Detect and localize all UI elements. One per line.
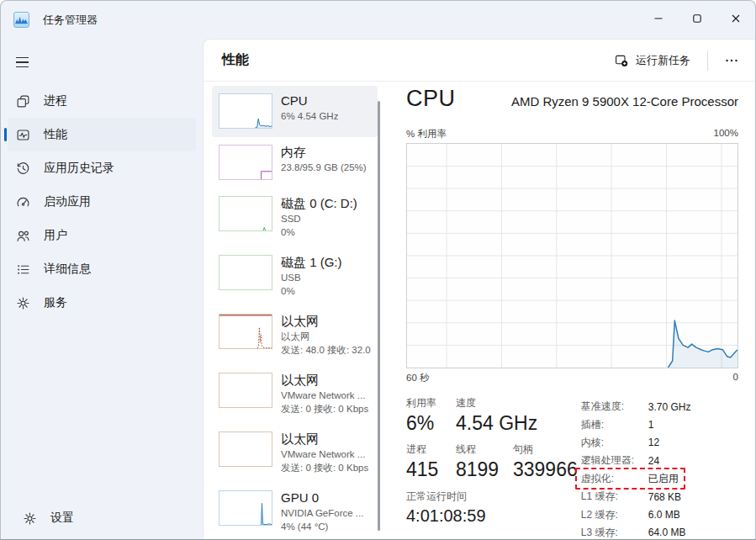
titlebar: 任务管理器 (1, 1, 755, 39)
spec-row-内核: 内核:12 (581, 434, 738, 452)
stats-left: 利用率6%速度4.54 GHz进程415线程8199句柄339966正常运行时间… (406, 396, 581, 540)
sidebar-item-users[interactable]: 用户 (8, 219, 196, 252)
eth3-mini-chart (219, 431, 272, 467)
sidebar-item-label: 用户 (44, 228, 67, 243)
services-icon (16, 296, 30, 310)
sidebar-item-label: 启动应用 (44, 194, 91, 209)
perf-item-eth1[interactable]: 以太网以太网发送: 48.0 接收: 32.0 Kbps (212, 306, 378, 365)
sidebar-item-processes[interactable]: 进程 (8, 84, 196, 118)
sidebar-nav: 进程性能应用历史记录启动应用用户详细信息服务 (1, 84, 203, 320)
stat-label: 速度 (456, 396, 537, 410)
sidebar-item-label: 性能 (44, 127, 67, 142)
list-scrollbar[interactable] (378, 101, 380, 531)
y-axis-max: 100% (714, 128, 738, 140)
spec-value: 64.0 MB (648, 527, 686, 538)
perf-item-text: 磁盘 0 (C: D:)SSD0% (281, 196, 357, 247)
stats-right: 基准速度:3.70 GHz插槽:1内核:12逻辑处理器:24虚拟化:已启用L1 … (581, 396, 738, 540)
stat-线程: 线程8199 (456, 442, 513, 480)
more-icon (724, 53, 739, 68)
perf-item-subline: NVIDIA GeForce ... (281, 506, 363, 520)
more-options-button[interactable] (716, 48, 747, 73)
perf-item-disk1[interactable]: 磁盘 1 (G:)USB0% (212, 247, 378, 306)
stat-value: 339966 (513, 459, 578, 480)
sidebar-item-settings[interactable]: 设置 (14, 501, 189, 535)
stat-速度: 速度4.54 GHz (456, 396, 541, 434)
spec-row-L1 缓存: L1 缓存:768 KB (581, 488, 738, 506)
perf-item-subline: 0% (281, 284, 342, 298)
perf-item-memory[interactable]: 内存23.8/95.9 GB (25%) (212, 137, 378, 188)
spec-label: 插槽: (581, 418, 648, 432)
perf-item-title: 以太网 (281, 373, 368, 389)
task-manager-window: 任务管理器 进程性能应用历史记录启动应用用户详细信息服务 设置 性能 (0, 0, 756, 540)
close-button[interactable] (716, 1, 755, 36)
processor-name: AMD Ryzen 9 5900X 12-Core Processor (511, 94, 738, 109)
detail-title: CPU (406, 86, 456, 112)
perf-item-subline: SSD (281, 212, 357, 225)
perf-item-title: 以太网 (281, 431, 368, 447)
sidebar-item-details[interactable]: 详细信息 (8, 252, 196, 286)
disk0-mini-chart (219, 196, 272, 231)
page-title: 性能 (222, 51, 249, 69)
spec-value: 1 (648, 419, 654, 431)
spec-value: 6.0 MB (648, 509, 680, 521)
run-new-task-button[interactable]: 运行新任务 (606, 48, 699, 73)
perf-item-subline: 发送: 0 接收: 0 Kbps (281, 402, 368, 416)
memory-mini-chart (219, 145, 272, 180)
sidebar-item-services[interactable]: 服务 (8, 286, 196, 320)
x-axis-right-label: 0 (733, 372, 738, 384)
stat-value: 4.54 GHz (456, 413, 537, 434)
performance-list: CPU6% 4.54 GHz内存23.8/95.9 GB (25%)磁盘 0 (… (212, 86, 378, 537)
spec-row-L3 缓存: L3 缓存:64.0 MB (581, 524, 738, 540)
stat-value: 415 (406, 459, 452, 480)
spec-value: 12 (648, 437, 659, 448)
hamburger-menu-button[interactable] (13, 49, 41, 76)
perf-item-text: GPU 0NVIDIA GeForce ...4% (44 °C) (281, 490, 363, 537)
perf-item-text: 磁盘 1 (G:)USB0% (281, 255, 342, 306)
task-manager-app-icon (13, 12, 29, 28)
perf-item-text: 内存23.8/95.9 GB (25%) (281, 145, 367, 188)
run-new-task-label: 运行新任务 (636, 53, 690, 68)
perf-item-eth2[interactable]: 以太网VMware Network ...发送: 0 接收: 0 Kbps (212, 365, 378, 424)
sidebar: 进程性能应用历史记录启动应用用户详细信息服务 设置 (1, 39, 203, 539)
stat-label: 正常运行时间 (406, 490, 486, 504)
perf-item-gpu0[interactable]: GPU 0NVIDIA GeForce ...4% (44 °C) (212, 483, 378, 537)
spec-label: 内核: (581, 436, 648, 450)
spec-row-逻辑处理器: 逻辑处理器:24 (581, 452, 738, 469)
sidebar-item-performance[interactable]: 性能 (8, 118, 196, 151)
gpu0-mini-chart (219, 490, 272, 526)
y-axis-label: % 利用率 (406, 128, 447, 140)
perf-item-subline: 发送: 0 接收: 0 Kbps (281, 461, 368, 474)
perf-item-disk0[interactable]: 磁盘 0 (C: D:)SSD0% (212, 188, 378, 247)
spec-label: 虚拟化: (581, 472, 648, 486)
processes-icon (16, 94, 30, 109)
spec-value: 24 (648, 455, 659, 467)
perf-item-title: 磁盘 0 (C: D:) (281, 196, 357, 212)
stat-进程: 进程415 (406, 442, 456, 480)
perf-item-cpu[interactable]: CPU6% 4.54 GHz (212, 86, 378, 137)
perf-item-title: 内存 (281, 145, 367, 161)
spec-value: 3.70 GHz (648, 401, 691, 413)
perf-item-eth3[interactable]: 以太网VMware Network ...发送: 0 接收: 0 Kbps (212, 424, 378, 483)
gear-icon (23, 511, 37, 526)
perf-item-subline: 6% 4.54 GHz (281, 109, 338, 123)
minimize-button[interactable] (639, 1, 678, 36)
sidebar-item-app-history[interactable]: 应用历史记录 (8, 151, 196, 185)
stat-利用率: 利用率6% (406, 396, 456, 434)
maximize-button[interactable] (678, 1, 716, 36)
sidebar-item-label: 应用历史记录 (44, 161, 114, 176)
perf-item-subline: 以太网 (281, 330, 371, 343)
perf-item-title: CPU (281, 93, 338, 109)
perf-item-title: GPU 0 (281, 490, 363, 506)
main-header: 性能 运行新任务 (204, 40, 755, 82)
perf-item-text: 以太网VMware Network ...发送: 0 接收: 0 Kbps (281, 431, 368, 483)
perf-item-text: 以太网VMware Network ...发送: 0 接收: 0 Kbps (281, 373, 368, 424)
new-task-icon (615, 54, 628, 67)
spec-row-基准速度: 基准速度:3.70 GHz (581, 398, 738, 416)
spec-value: 已启用 (648, 472, 679, 486)
perf-item-text: CPU6% 4.54 GHz (281, 93, 338, 137)
sidebar-item-startup[interactable]: 启动应用 (8, 185, 196, 219)
header-separator (707, 50, 708, 71)
spec-label: L2 缓存: (581, 508, 648, 522)
sidebar-item-label: 服务 (44, 295, 67, 310)
perf-item-subline: USB (281, 271, 342, 284)
